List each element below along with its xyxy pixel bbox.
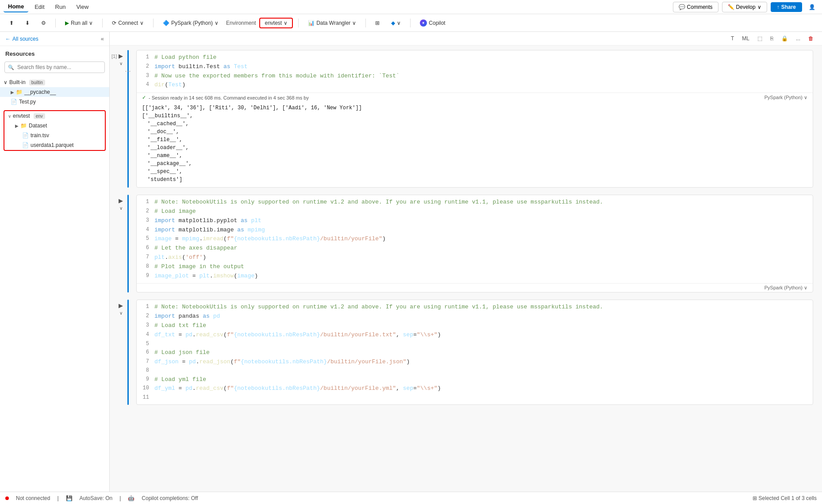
built-in-tag: builtin	[29, 80, 45, 85]
userdata-file-item[interactable]: 📄 userdata1.parquet	[4, 140, 105, 150]
notebook-scroll[interactable]: ▶ ∨ [1] 1# Load python file 2import buil…	[110, 46, 822, 492]
cell-2: 1# Note: NotebookUtils is only supported…	[136, 195, 813, 292]
cell-1-collapse-icon[interactable]: ∨	[119, 61, 123, 66]
run-all-button[interactable]: ▶ Run all ∨	[61, 18, 97, 28]
cell-3: 1# Note: NotebookUtils is only supported…	[136, 300, 813, 405]
menu-home[interactable]: Home	[4, 1, 28, 12]
separator-6	[410, 19, 411, 27]
user-icon-button[interactable]: 👤	[806, 2, 818, 12]
notebook-toolbar: T ML ⬚ ⎘ 🔒 ... 🗑	[110, 32, 822, 46]
separator-5	[365, 19, 366, 27]
menu-view[interactable]: View	[72, 2, 93, 12]
data-wrangler-chevron-icon: ∨	[352, 20, 356, 26]
delete-button[interactable]: 🗑	[805, 34, 817, 43]
run-all-chevron: ∨	[89, 20, 93, 26]
pycache-folder-icon: 📁	[16, 89, 23, 95]
envtest-label: envtest	[13, 113, 30, 119]
ml-button[interactable]: ML	[739, 34, 753, 43]
cell-2-code[interactable]: 1# Note: NotebookUtils is only supported…	[137, 195, 813, 283]
dataset-folder-item[interactable]: ▶ 📁 Dataset	[4, 121, 105, 131]
develop-button[interactable]: ✏️ Develop ∨	[722, 2, 767, 12]
train-file-icon: 📄	[22, 132, 29, 139]
settings-button[interactable]: ⚙	[37, 18, 50, 28]
cell-2-pyspark[interactable]: PySpark (Python) ∨	[764, 285, 807, 291]
download-icon: ⬇	[25, 20, 30, 26]
environment-label: Environment	[226, 20, 256, 26]
menubar: Home Edit Run View 💬 Comments ✏️ Develop…	[0, 0, 822, 14]
cell-3-code[interactable]: 1# Note: NotebookUtils is only supported…	[137, 300, 813, 404]
insert-button[interactable]: ⬚	[754, 34, 765, 43]
selected-cell-label: Selected Cell 1 of 3 cells	[759, 495, 817, 501]
copilot-button[interactable]: ✦ Copilot	[416, 17, 449, 29]
pycache-folder-item[interactable]: ▶ 📁 __pycache__	[0, 87, 109, 97]
more-options-button[interactable]: ...	[793, 34, 803, 43]
statusbar-separator-2: |	[119, 495, 121, 501]
copilot-status-label: Copilot completions: Off	[142, 495, 198, 501]
envtest-chevron-icon: ∨	[8, 114, 11, 119]
upload-button[interactable]: ⬆	[5, 18, 18, 28]
test-file-icon: 📄	[11, 99, 17, 105]
envtest-badge[interactable]: envtest ∨	[259, 18, 293, 28]
add-text-button[interactable]: T	[728, 34, 737, 43]
separator-2	[102, 19, 103, 27]
cell-2-run-icon[interactable]: ▶	[119, 197, 123, 204]
cell-2-collapse-icon[interactable]: ∨	[119, 206, 123, 211]
pyspark-button[interactable]: 🔷 PySpark (Python) ∨	[159, 18, 223, 28]
cell-1-run-icon[interactable]: ▶	[119, 53, 123, 59]
connect-icon: ⟳	[112, 20, 116, 26]
search-icon: 🔍	[8, 65, 14, 70]
test-file-label: Test.py	[19, 99, 36, 105]
status-check-icon: ✓	[142, 95, 146, 100]
cell-3-collapse-icon[interactable]: ∨	[119, 311, 123, 315]
data-wrangler-button[interactable]: 📊 Data Wrangler ∨	[304, 18, 360, 28]
cell-1-code[interactable]: 1# Load python file 2import builtin.Test…	[137, 50, 813, 92]
built-in-header[interactable]: ∨ Built-in builtin	[0, 77, 109, 87]
autosave-icon: 💾	[66, 495, 73, 501]
train-file-item[interactable]: 📄 train.tsv	[4, 131, 105, 140]
download-button[interactable]: ⬇	[21, 18, 34, 28]
vscode-button[interactable]: ◆ ∨	[387, 18, 405, 28]
back-icon: ←	[5, 36, 11, 42]
built-in-section: ∨ Built-in builtin ▶ 📁 __pycache__ 📄 Tes…	[0, 76, 109, 108]
menu-run[interactable]: Run	[51, 2, 70, 12]
cell-1-output: [['jack', 34, '36'], ['Riti', 30, 'Delhi…	[137, 102, 813, 187]
split-view-button[interactable]: ⊞	[371, 18, 384, 28]
lock-button[interactable]: 🔒	[778, 34, 791, 43]
collapse-button[interactable]: «	[101, 35, 104, 42]
toolbar: ⬆ ⬇ ⚙ ▶ Run all ∨ ⟳ Connect ∨ 🔷 PySpark …	[0, 14, 822, 32]
copilot-status-icon: 🤖	[128, 495, 134, 501]
code-lines-1: 1# Load python file 2import builtin.Test…	[142, 53, 807, 90]
cell-1-ellipsis[interactable]: …	[125, 66, 131, 73]
train-file-label: train.tsv	[31, 132, 49, 139]
statusbar-separator-1: |	[57, 495, 58, 501]
comments-button[interactable]: 💬 Comments	[673, 2, 718, 12]
not-connected-label: Not connected	[16, 495, 50, 501]
code-lines-3: 1# Note: NotebookUtils is only supported…	[142, 303, 807, 402]
dataset-label: Dataset	[29, 123, 47, 129]
cell-3-side: ▶ ∨	[119, 300, 123, 315]
envtest-header[interactable]: ∨ envtest env	[4, 111, 105, 121]
search-input[interactable]	[4, 62, 105, 73]
share-button[interactable]: ↑ Share	[771, 2, 802, 12]
develop-icon: ✏️	[728, 4, 734, 10]
vscode-chevron-icon: ∨	[397, 20, 401, 26]
comments-icon: 💬	[679, 4, 685, 10]
back-button[interactable]: ← All sources	[5, 36, 38, 42]
cell-2-wrapper: ▶ ∨ 1# Note: NotebookUtils is only suppo…	[136, 195, 813, 292]
test-file-item[interactable]: 📄 Test.py	[0, 97, 109, 107]
envtest-chevron-icon: ∨	[284, 20, 288, 26]
copy-button[interactable]: ⎘	[767, 34, 776, 43]
cell-1: 1# Load python file 2import builtin.Test…	[136, 50, 813, 188]
pyspark-chevron: ∨	[215, 20, 219, 26]
cell-3-run-icon[interactable]: ▶	[119, 302, 123, 309]
cell-2-footer[interactable]: PySpark (Python) ∨	[137, 283, 813, 292]
cell-2-side: ▶ ∨	[119, 195, 123, 211]
connect-button[interactable]: ⟳ Connect ∨	[108, 18, 148, 28]
separator-4	[298, 19, 299, 27]
userdata-file-icon: 📄	[22, 142, 29, 148]
cell-3-blue-bar	[127, 300, 129, 405]
menu-edit[interactable]: Edit	[30, 2, 49, 12]
content-area: T ML ⬚ ⎘ 🔒 ... 🗑 ▶ ∨ [1] 1# Load p	[110, 32, 822, 492]
cell-1-pyspark[interactable]: PySpark (Python) ∨	[764, 95, 807, 100]
settings-icon: ⚙	[41, 20, 46, 26]
